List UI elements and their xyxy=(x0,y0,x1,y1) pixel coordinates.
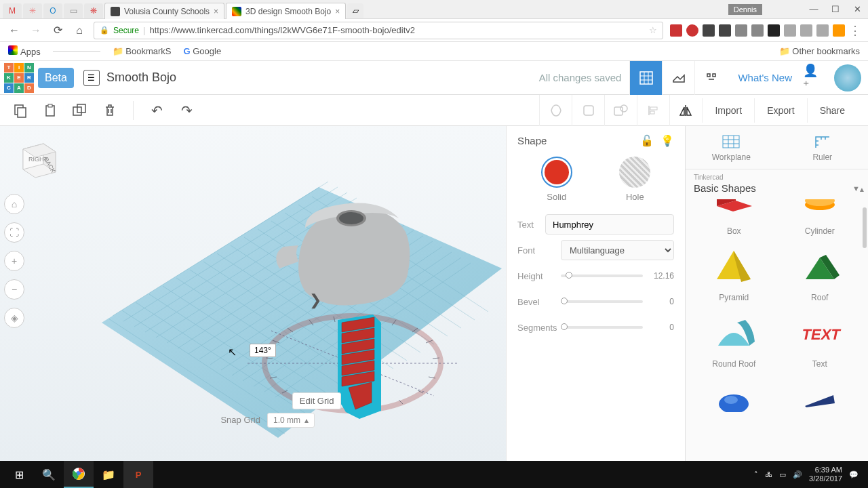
project-menu-icon[interactable]: ☰ xyxy=(83,70,100,86)
address-bar[interactable]: 🔒 Secure | https://www.tinkercad.com/thi… xyxy=(94,22,663,39)
bookmark-folder[interactable]: 📁 BookmarkS xyxy=(113,46,172,56)
window-close-button[interactable]: ✕ xyxy=(846,0,868,19)
lightbulb-icon[interactable]: 💡 xyxy=(660,134,674,147)
delete-button[interactable] xyxy=(100,101,119,120)
home-view-button[interactable]: ⌂ xyxy=(4,194,24,214)
group-button[interactable] xyxy=(572,95,604,126)
taskbar-powerpoint[interactable]: P xyxy=(123,461,153,488)
height-slider[interactable] xyxy=(561,274,643,277)
edit-grid-button[interactable]: Edit Grid xyxy=(292,392,342,409)
whats-new-link[interactable]: What's New xyxy=(727,72,803,83)
tray-volume-icon[interactable]: 🔊 xyxy=(793,470,802,479)
tray-chevron-icon[interactable]: ˄ xyxy=(754,470,758,479)
copy-button[interactable] xyxy=(11,101,30,120)
extension-icon[interactable] xyxy=(784,24,796,37)
tray-battery-icon[interactable]: ▭ xyxy=(779,470,786,479)
taskbar-clock[interactable]: 6:39 AM 3/28/2017 xyxy=(809,466,842,483)
shape-cylinder[interactable]: Cylinder xyxy=(784,199,856,236)
close-icon[interactable]: × xyxy=(335,7,340,16)
align-button[interactable] xyxy=(637,95,669,126)
bricks-mode-button[interactable] xyxy=(694,61,727,95)
scroll-up-icon[interactable]: ▲ xyxy=(859,186,865,193)
menu-icon[interactable]: ⋮ xyxy=(849,23,861,38)
share-button[interactable]: Share xyxy=(807,98,857,123)
other-bookmarks[interactable]: 📁 Other bookmarks xyxy=(779,46,860,56)
new-tab-button[interactable]: ▱ xyxy=(347,3,363,18)
segments-slider[interactable] xyxy=(561,326,643,329)
workplane-tool[interactable]: Workplane xyxy=(686,126,777,169)
extension-icon[interactable] xyxy=(719,24,731,37)
user-avatar[interactable] xyxy=(834,64,861,92)
shape-pyramid[interactable]: Pyramid xyxy=(698,241,770,302)
shape-text[interactable]: TEXT Text xyxy=(784,308,856,369)
shape-box[interactable]: Box xyxy=(698,199,770,236)
fit-view-button[interactable]: ⛶ xyxy=(4,222,24,243)
lock-icon[interactable]: 🔓 xyxy=(640,134,654,147)
add-collaborator-button[interactable]: 👤⁺ xyxy=(803,68,823,88)
undo-button[interactable]: ↶ xyxy=(147,101,166,120)
shape-round-roof[interactable]: Round Roof xyxy=(698,308,770,369)
ruler-tool[interactable]: Ruler xyxy=(777,126,869,169)
canvas[interactable]: RIGHT BACK ⌂ ⛶ + − ◈ xyxy=(0,126,506,461)
extension-icon[interactable] xyxy=(686,24,698,37)
start-button[interactable]: ⊞ xyxy=(4,461,34,488)
duplicate-button[interactable] xyxy=(71,101,90,120)
extension-icon[interactable] xyxy=(751,24,764,37)
library-category-select[interactable]: Basic Shapes▼ xyxy=(686,182,868,199)
taskbar-chrome[interactable] xyxy=(64,461,94,488)
zoom-out-button[interactable]: − xyxy=(4,279,24,300)
view-cube[interactable]: RIGHT BACK xyxy=(11,133,60,182)
shape-wedge[interactable] xyxy=(784,374,856,426)
snap-grid-select[interactable]: 1.0 mm▴ xyxy=(267,413,315,428)
panel-collapse-button[interactable]: ❯ xyxy=(309,291,321,309)
redo-button[interactable]: ↷ xyxy=(177,101,196,120)
app-icon-gmail[interactable]: M xyxy=(3,3,22,18)
shape-roof[interactable]: Roof xyxy=(784,241,856,302)
star-icon[interactable]: ☆ xyxy=(649,25,657,35)
extension-icon[interactable] xyxy=(670,24,682,37)
app-icon-doc[interactable]: ▭ xyxy=(64,3,83,18)
design-mode-button[interactable] xyxy=(629,61,662,95)
zoom-in-button[interactable]: + xyxy=(4,251,24,271)
project-name[interactable]: Smooth Bojo xyxy=(106,70,176,85)
ungroup-button[interactable] xyxy=(604,95,637,126)
library-scrollbar[interactable] xyxy=(863,207,867,248)
browser-tab-tinkercad[interactable]: 3D design Smooth Bojo × xyxy=(226,3,346,19)
browser-tab-volusia[interactable]: Volusia County Schools × xyxy=(104,3,224,19)
extension-icon[interactable] xyxy=(816,24,829,37)
show-all-button[interactable] xyxy=(539,95,572,126)
window-minimize-button[interactable]: — xyxy=(803,0,825,19)
tinkercad-logo[interactable]: TIN KER CAD xyxy=(4,63,34,93)
import-button[interactable]: Import xyxy=(702,98,754,123)
app-icon-outlook[interactable]: O xyxy=(43,3,62,18)
window-maximize-button[interactable]: ☐ xyxy=(825,0,846,19)
mirror-button[interactable] xyxy=(669,95,702,126)
extension-icon[interactable] xyxy=(833,24,845,37)
app-icon-atom[interactable]: ✳ xyxy=(23,3,42,18)
apps-shortcut[interactable]: Apps xyxy=(8,45,41,57)
back-button[interactable]: ← xyxy=(7,23,22,38)
reload-button[interactable]: ⟳ xyxy=(50,23,65,38)
text-input[interactable] xyxy=(545,214,674,235)
close-icon[interactable]: × xyxy=(214,7,218,16)
font-select[interactable]: Multilanguage xyxy=(561,240,674,260)
notifications-icon[interactable]: 💬 xyxy=(849,470,859,479)
tray-network-icon[interactable]: 🖧 xyxy=(765,470,772,479)
extension-icon[interactable] xyxy=(800,24,812,37)
extension-icon[interactable] xyxy=(735,24,747,37)
hole-option[interactable]: Hole xyxy=(619,157,650,202)
home-button[interactable]: ⌂ xyxy=(72,23,87,38)
blocks-mode-button[interactable] xyxy=(662,61,694,95)
extension-icon[interactable] xyxy=(768,24,780,37)
export-button[interactable]: Export xyxy=(754,98,806,123)
shape-sphere[interactable] xyxy=(698,374,770,426)
extension-icon[interactable] xyxy=(703,24,715,37)
ortho-toggle-button[interactable]: ◈ xyxy=(4,308,24,328)
bookmark-google[interactable]: G Google xyxy=(183,46,221,56)
solid-option[interactable]: Solid xyxy=(541,157,572,202)
bevel-slider[interactable] xyxy=(561,300,643,303)
app-icon-canvas[interactable]: ❋ xyxy=(84,3,103,18)
paste-button[interactable] xyxy=(41,101,60,120)
search-button[interactable]: 🔍 xyxy=(34,461,64,488)
taskbar-explorer[interactable]: 📁 xyxy=(94,461,123,488)
